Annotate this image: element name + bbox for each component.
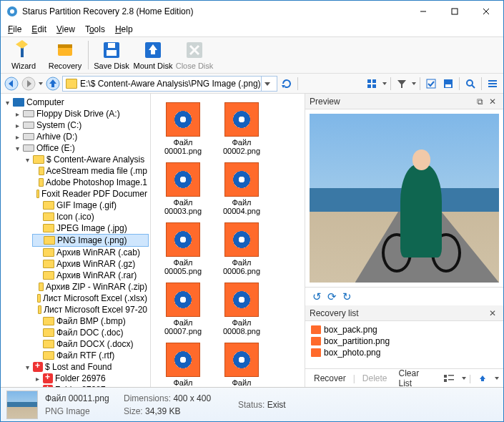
file-item[interactable]: Файл 00005.png xyxy=(154,220,212,275)
tree-drive[interactable]: ▸Floppy Disk Drive (A:) xyxy=(12,108,149,119)
tree-drive[interactable]: ▸Arhive (D:) xyxy=(12,131,149,142)
address-dropdown-icon[interactable] xyxy=(261,77,274,91)
svg-rect-15 xyxy=(151,50,155,54)
tree-label: Arhive (D:) xyxy=(36,132,77,142)
refresh-button[interactable] xyxy=(279,76,295,92)
folder-tree[interactable]: ▾Computer ▸Floppy Disk Drive (A:) ▸Syste… xyxy=(1,94,151,387)
folder-icon xyxy=(43,201,54,210)
maximize-button[interactable] xyxy=(439,1,470,21)
tree-folder[interactable]: PNG Image (.png) xyxy=(32,234,149,247)
tree-folder[interactable]: Файл DOCX (.docx) xyxy=(32,338,149,350)
drive-icon xyxy=(23,133,34,140)
tree-label: Файл BMP (.bmp) xyxy=(56,316,126,326)
chevron-down-icon[interactable] xyxy=(411,79,417,89)
rotate-right-icon[interactable]: ↻ xyxy=(342,290,352,303)
tree-folder[interactable]: Лист Microsoft Excel 97-20 xyxy=(32,304,149,315)
chevron-down-icon[interactable] xyxy=(382,79,387,89)
folder-icon xyxy=(39,167,44,175)
clearlist-button[interactable]: Clear List xyxy=(395,367,435,388)
recovery-item[interactable]: box_partition.png xyxy=(311,335,498,347)
tree-folder[interactable]: Файл DOC (.doc) xyxy=(32,327,149,338)
tree-folder[interactable]: Adobe Photoshop Image.1 xyxy=(32,177,149,188)
savedisk-button[interactable]: Save Disk xyxy=(92,38,132,72)
tree-folder[interactable]: GIF Image (.gif) xyxy=(32,200,149,211)
forward-button[interactable] xyxy=(21,76,36,92)
menu-file[interactable]: File xyxy=(4,24,26,35)
eye-icon xyxy=(233,231,250,248)
back-button[interactable] xyxy=(4,76,19,92)
recover-button[interactable]: Recover xyxy=(310,372,350,385)
file-item[interactable]: Файл 00003.png xyxy=(154,160,212,215)
chevron-down-icon[interactable] xyxy=(494,374,499,383)
folder-icon xyxy=(43,328,54,337)
recovery-item-label: box_pack.png xyxy=(324,325,377,335)
mountdisk-button[interactable]: Mount Disk xyxy=(133,38,173,72)
recovery-up-icon[interactable] xyxy=(474,373,491,384)
eye-icon xyxy=(174,111,192,128)
filter-button[interactable] xyxy=(394,76,410,92)
tree-computer[interactable]: ▾Computer xyxy=(2,97,149,108)
up-button[interactable] xyxy=(45,76,61,92)
tree-lost-found[interactable]: ▾$ Lost and Found xyxy=(22,361,149,373)
tree-folder[interactable]: Icon (.ico) xyxy=(32,211,149,222)
recovery-item[interactable]: box_photo.png xyxy=(311,347,498,358)
recovery-view-icon[interactable] xyxy=(440,373,458,384)
search-button[interactable] xyxy=(463,76,478,92)
file-item[interactable]: Файл 00008.png xyxy=(212,280,271,335)
view-dropdown[interactable] xyxy=(365,76,380,92)
tree-folder[interactable]: ▸Folder 26976 xyxy=(32,373,149,384)
refresh-icon[interactable]: ⟳ xyxy=(327,290,337,303)
file-item[interactable]: Файл 00004.png xyxy=(212,160,271,215)
tree-label: Icon (.ico) xyxy=(56,212,94,222)
file-item[interactable]: Файл 00009.png xyxy=(154,340,212,387)
menu-tools[interactable]: Tools xyxy=(81,24,109,35)
tree-folder[interactable]: Архив WinRAR (.cab) xyxy=(32,247,149,258)
history-dropdown-icon[interactable] xyxy=(38,77,44,90)
wizard-button[interactable]: Wizard xyxy=(4,38,44,72)
tree-folder[interactable]: Лист Microsoft Excel (.xlsx) xyxy=(32,293,149,304)
rotate-left-icon[interactable]: ↺ xyxy=(312,290,322,303)
preview-close-icon[interactable]: ✕ xyxy=(486,95,499,108)
file-item[interactable]: Файл 00001.png xyxy=(154,99,212,155)
recovery-button[interactable]: Recovery xyxy=(45,38,85,72)
menu-view[interactable]: View xyxy=(52,24,79,35)
tree-folder[interactable]: JPEG Image (.jpg) xyxy=(32,222,149,234)
file-list[interactable]: Файл 00001.pngФайл 00002.pngФайл 00003.p… xyxy=(151,94,305,387)
tree-folder[interactable]: Архив WinRAR (.rar) xyxy=(32,270,149,281)
svg-marker-34 xyxy=(397,80,406,88)
file-item[interactable]: Файл 00007.png xyxy=(154,280,212,335)
options-button[interactable] xyxy=(485,76,500,92)
file-thumbnail xyxy=(166,102,200,137)
address-input[interactable]: E:\$ Content-Aware Analysis\PNG Image (.… xyxy=(62,76,277,92)
recovery-list[interactable]: box_pack.pngbox_partition.pngbox_photo.p… xyxy=(305,321,503,368)
save-button[interactable] xyxy=(440,76,456,92)
tree-drive[interactable]: ▸System (C:) xyxy=(12,119,149,131)
tree-folder[interactable]: Файл BMP (.bmp) xyxy=(32,315,149,327)
recovery-item[interactable]: box_pack.png xyxy=(311,324,498,335)
close-button[interactable] xyxy=(470,1,502,21)
file-item[interactable]: Файл 00006.png xyxy=(212,220,271,275)
tree-content-aware[interactable]: ▾$ Content-Aware Analysis xyxy=(22,154,149,165)
svg-rect-38 xyxy=(445,84,451,87)
tree-folder[interactable]: Файл RTF (.rtf) xyxy=(32,350,149,361)
separator xyxy=(459,77,460,90)
svg-rect-36 xyxy=(427,79,435,88)
chevron-down-icon[interactable] xyxy=(461,374,466,383)
preview-popout-icon[interactable]: ⧉ xyxy=(473,95,486,108)
menu-help[interactable]: Help xyxy=(111,24,137,35)
status-status-label: Status: xyxy=(238,400,265,410)
tree-drive[interactable]: ▾Office (E:) xyxy=(12,142,149,154)
file-item[interactable]: Файл 00010.png xyxy=(212,340,271,387)
recovery-close-icon[interactable]: ✕ xyxy=(486,307,499,320)
tree-folder[interactable]: Foxit Reader PDF Documer xyxy=(32,188,149,200)
menu-edit[interactable]: Edit xyxy=(27,24,51,35)
minimize-button[interactable] xyxy=(407,1,439,21)
tree-folder[interactable]: Архив WinRAR (.gz) xyxy=(32,258,149,270)
tree-label: Архив WinRAR (.gz) xyxy=(56,259,135,269)
folder-icon xyxy=(43,260,54,268)
tree-folder[interactable]: Архив ZIP - WinRAR (.zip) xyxy=(32,281,149,293)
tree-folder[interactable]: AceStream media file (.mp xyxy=(32,165,149,177)
select-all-button[interactable] xyxy=(423,76,439,92)
file-item[interactable]: Файл 00002.png xyxy=(212,99,271,155)
svg-point-1 xyxy=(10,9,14,14)
